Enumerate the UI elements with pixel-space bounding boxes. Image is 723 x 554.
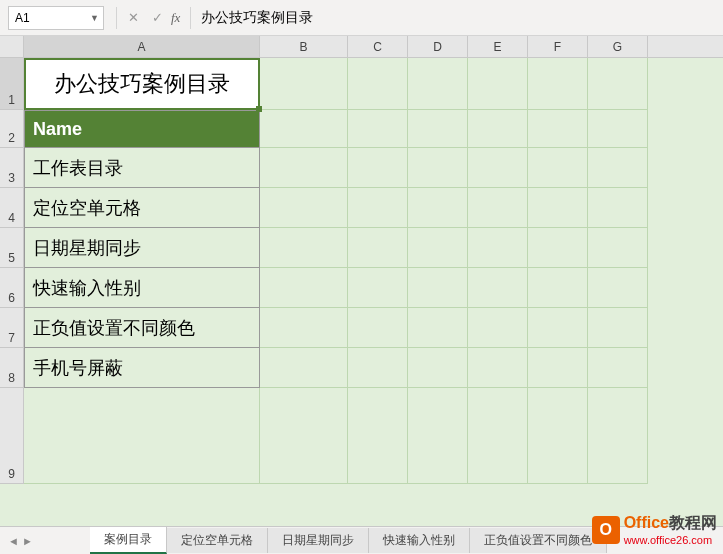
row-header-5[interactable]: 5 <box>0 228 24 268</box>
cell[interactable] <box>408 188 468 228</box>
cell[interactable] <box>468 348 528 388</box>
list-item[interactable]: 正负值设置不同颜色 <box>24 308 260 348</box>
cell[interactable] <box>260 228 348 268</box>
cell[interactable] <box>348 110 408 148</box>
cell[interactable] <box>408 348 468 388</box>
column-header-f[interactable]: F <box>528 36 588 57</box>
column-headers: A B C D E F G <box>24 36 723 58</box>
row-header-3[interactable]: 3 <box>0 148 24 188</box>
list-item[interactable]: 快速输入性别 <box>24 268 260 308</box>
spreadsheet-grid: A B C D E F G 1 2 3 4 5 6 7 8 9 办公技巧案例目录 <box>0 36 723 526</box>
cell[interactable] <box>348 148 408 188</box>
cell[interactable] <box>588 388 648 484</box>
cell[interactable] <box>528 148 588 188</box>
enter-icon: ✓ <box>145 6 169 30</box>
cell[interactable] <box>468 308 528 348</box>
cell[interactable] <box>408 148 468 188</box>
cell[interactable] <box>468 388 528 484</box>
cell[interactable] <box>468 268 528 308</box>
sheet-tab[interactable]: 快速输入性别 <box>369 528 470 553</box>
cell[interactable] <box>588 58 648 110</box>
cell[interactable] <box>588 110 648 148</box>
cell-a2-header[interactable]: Name <box>24 110 260 148</box>
cell-a1-value: 办公技巧案例目录 <box>54 69 230 99</box>
cell[interactable] <box>348 348 408 388</box>
row-header-8[interactable]: 8 <box>0 348 24 388</box>
column-header-b[interactable]: B <box>260 36 348 57</box>
row-header-7[interactable]: 7 <box>0 308 24 348</box>
cell[interactable] <box>408 308 468 348</box>
cell[interactable] <box>260 148 348 188</box>
cell[interactable] <box>408 58 468 110</box>
sheet-tab[interactable]: 日期星期同步 <box>268 528 369 553</box>
cell[interactable] <box>348 188 408 228</box>
row-header-4[interactable]: 4 <box>0 188 24 228</box>
select-all-corner[interactable] <box>0 36 24 58</box>
cell[interactable] <box>408 268 468 308</box>
cell[interactable] <box>588 228 648 268</box>
cell[interactable] <box>528 308 588 348</box>
cell[interactable] <box>528 188 588 228</box>
column-header-g[interactable]: G <box>588 36 648 57</box>
cell[interactable] <box>528 110 588 148</box>
cell[interactable] <box>468 58 528 110</box>
column-header-a[interactable]: A <box>24 36 260 57</box>
cell-a1-selected[interactable]: 办公技巧案例目录 <box>24 58 260 110</box>
sheet-tab[interactable]: 案例目录 <box>90 527 167 554</box>
column-header-e[interactable]: E <box>468 36 528 57</box>
sheet-tabs-bar: ◄ ► 案例目录 定位空单元格 日期星期同步 快速输入性别 正负值设置不同颜色 <box>0 526 723 554</box>
cell[interactable] <box>528 58 588 110</box>
column-header-c[interactable]: C <box>348 36 408 57</box>
dropdown-icon[interactable]: ▼ <box>90 13 99 23</box>
cell[interactable] <box>348 268 408 308</box>
cell[interactable] <box>408 388 468 484</box>
cell[interactable] <box>528 268 588 308</box>
cell[interactable] <box>260 110 348 148</box>
fx-icon[interactable]: fx <box>171 10 180 26</box>
cell[interactable] <box>588 148 648 188</box>
cell[interactable] <box>408 228 468 268</box>
cell[interactable] <box>468 228 528 268</box>
list-item[interactable]: 手机号屏蔽 <box>24 348 260 388</box>
cell[interactable] <box>468 188 528 228</box>
name-box[interactable]: A1 ▼ <box>8 6 104 30</box>
cancel-icon: ✕ <box>121 6 145 30</box>
column-header-d[interactable]: D <box>408 36 468 57</box>
cell[interactable] <box>24 388 260 484</box>
row-header-1[interactable]: 1 <box>0 58 24 110</box>
row-header-9[interactable]: 9 <box>0 388 24 484</box>
cell[interactable] <box>348 388 408 484</box>
cell[interactable] <box>588 308 648 348</box>
cell[interactable] <box>588 188 648 228</box>
cell[interactable] <box>528 388 588 484</box>
cell[interactable] <box>528 228 588 268</box>
cell[interactable] <box>348 228 408 268</box>
row-header-6[interactable]: 6 <box>0 268 24 308</box>
cell[interactable] <box>260 308 348 348</box>
name-box-value: A1 <box>15 11 30 25</box>
list-item[interactable]: 定位空单元格 <box>24 188 260 228</box>
list-item[interactable]: 工作表目录 <box>24 148 260 188</box>
tab-nav-arrows[interactable]: ◄ ► <box>8 535 33 547</box>
cell[interactable] <box>260 268 348 308</box>
cell[interactable] <box>260 348 348 388</box>
divider <box>190 7 191 29</box>
cell[interactable] <box>260 188 348 228</box>
row-header-2[interactable]: 2 <box>0 110 24 148</box>
cell[interactable] <box>348 308 408 348</box>
cell[interactable] <box>408 110 468 148</box>
cell[interactable] <box>588 348 648 388</box>
list-item[interactable]: 日期星期同步 <box>24 228 260 268</box>
sheet-tab[interactable]: 定位空单元格 <box>167 528 268 553</box>
formula-input[interactable] <box>195 6 723 30</box>
cell[interactable] <box>348 58 408 110</box>
cell[interactable] <box>468 148 528 188</box>
cell[interactable] <box>468 110 528 148</box>
cell[interactable] <box>588 268 648 308</box>
fill-handle[interactable] <box>256 106 262 112</box>
sheet-tab[interactable]: 正负值设置不同颜色 <box>470 528 607 553</box>
cell[interactable] <box>260 58 348 110</box>
cell[interactable] <box>528 348 588 388</box>
cell[interactable] <box>260 388 348 484</box>
row-headers: 1 2 3 4 5 6 7 8 9 <box>0 58 24 484</box>
